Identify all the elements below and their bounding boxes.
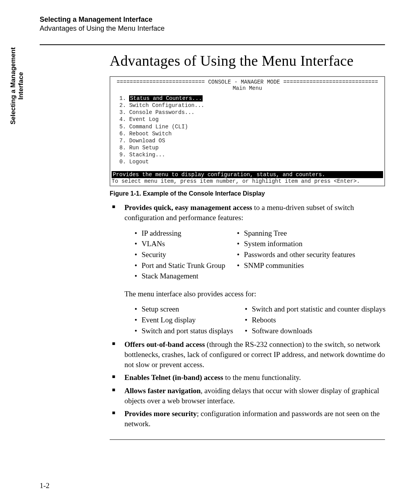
feature-item: Event Log display [134,315,233,325]
menu-item-number: 5. [119,124,129,130]
adv4-lead: Allows faster navigation [124,387,201,395]
console-menu-item: 7. Download OS [119,138,383,144]
advantage-item-4: Allows faster navigation, avoiding delay… [110,386,385,406]
console-menu-item: 1. Status and Counters... [119,95,383,102]
feature-item: Reboots [244,315,385,325]
banner-mid: CONSOLE - MANAGER MODE [205,79,284,85]
feature-item: Security [134,250,225,260]
console-menu-item: 3. Console Passwords... [119,109,383,116]
also-col1: Setup screenEvent Log displaySwitch and … [134,303,233,336]
adv3-lead: Enables Telnet (in-band) access [124,373,223,382]
running-header: Selecting a Management Interface Advanta… [40,16,385,33]
also-intro: The menu interface also provides access … [124,289,385,299]
console-menu-item: 0. Logout [119,159,383,165]
console-menu-item: 9. Stacking... [119,152,383,158]
feature-item: Port and Static Trunk Group [134,261,225,271]
console-menu-list: 1. Status and Counters...2. Switch Confi… [112,95,383,165]
adv3-rest: to the menu functionality. [223,373,301,382]
page-title: Advantages of Using the Menu Interface [110,52,385,69]
menu-item-number: 2. [119,102,129,108]
feature-item: VLANs [134,239,225,249]
chapter-title: Selecting a Management Interface [40,16,385,24]
console-banner: =========================== CONSOLE - MA… [112,79,383,85]
feature-item: Switch and port status displays [134,326,233,336]
menu-item-number: 4. [119,116,129,122]
console-menu-item: 6. Reboot Switch [119,131,383,137]
console-screenshot: =========================== CONSOLE - MA… [110,76,385,186]
main-content: Advantages of Using the Menu Interface =… [110,52,385,440]
feature-item: Switch and port statistic and counter di… [244,304,385,314]
top-rule [40,44,385,45]
banner-right: ============================= [283,79,378,85]
features-columns: IP addressingVLANsSecurityPort and Stati… [134,228,385,282]
figure-caption: Figure 1-1. Example of the Console Inter… [110,190,385,197]
menu-item-number: 8. [119,145,129,151]
features-col1: IP addressingVLANsSecurityPort and Stati… [134,228,225,282]
menu-item-label: Download OS [129,138,165,144]
menu-item-label: Stacking... [129,152,165,158]
advantage-item-2: Offers out-of-band access (through the R… [110,340,385,369]
menu-item-label: Command Line (CLI) [129,124,188,130]
page: Selecting a Management Interface Advanta… [0,0,420,504]
menu-item-number: 3. [119,109,129,116]
feature-item: IP addressing [134,228,225,238]
advantage-item-5: Provides more security; configuration in… [110,409,385,429]
banner-left: =========================== [117,79,205,85]
console-subtitle: Main Menu [112,85,383,91]
advantage-item-1: Provides quick, easy management access t… [110,203,385,336]
menu-item-number: 0. [119,159,129,165]
menu-item-label: Run Setup [129,145,159,151]
features-col2: Spanning TreeSystem informationPasswords… [236,228,355,282]
section-title: Advantages of Using the Menu Interface [40,24,385,33]
side-tab: Selecting a Management Interface [9,47,25,124]
feature-item: Stack Management [134,271,225,281]
feature-item: Passwords and other security features [236,250,355,260]
console-menu-item: 2. Switch Configuration... [119,102,383,108]
menu-item-label: Logout [129,159,149,165]
adv5-lead: Provides more security [124,410,197,418]
feature-item: SNMP communities [236,261,355,271]
console-menu-item: 5. Command Line (CLI) [119,124,383,130]
side-tab-line1: Selecting a Management [9,47,17,124]
menu-item-number: 6. [119,131,129,137]
menu-item-label: Console Passwords... [129,109,194,116]
advantages-list: Provides quick, easy management access t… [110,203,385,429]
also-col2: Switch and port statistic and counter di… [244,303,385,336]
feature-item: Spanning Tree [236,228,355,238]
feature-item: Software downloads [244,326,385,336]
advantage-item-3: Enables Telnet (in-band) access to the m… [110,373,385,383]
menu-item-label: Event Log [129,116,159,122]
console-hint: To select menu item, press item number, … [112,178,383,184]
also-columns: Setup screenEvent Log displaySwitch and … [134,303,385,336]
menu-item-label: Switch Configuration... [129,102,204,108]
menu-item-label: Reboot Switch [129,131,172,137]
side-tab-line2: Interface [17,47,25,124]
adv1-lead: Provides quick, easy management access [124,203,252,212]
adv2-lead: Offers out-of-band access [124,340,205,348]
page-number: 1-2 [40,481,49,490]
feature-item: Setup screen [134,304,233,314]
menu-item-number: 9. [119,152,129,158]
feature-item: System information [236,239,355,249]
menu-item-label: Status and Counters... [129,95,203,102]
console-menu-item: 4. Event Log [119,116,383,122]
bottom-rule [110,439,385,440]
menu-item-number: 1. [119,95,129,102]
console-menu-item: 8. Run Setup [119,145,383,151]
menu-item-number: 7. [119,138,129,144]
console-status-bar: Provides the menu to display configurati… [112,171,383,178]
